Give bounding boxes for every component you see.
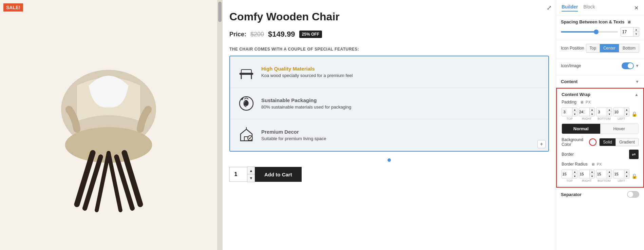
pad-bottom-up[interactable]: ▲: [607, 108, 612, 112]
padding-top-group: ▲ ▼ TOP: [562, 108, 577, 120]
padding-lock-btn[interactable]: 🔒: [631, 107, 638, 121]
br-left-down[interactable]: ▼: [624, 174, 629, 178]
spacing-down[interactable]: ▼: [633, 32, 639, 36]
content-title: Content: [561, 79, 577, 84]
slider-fill: [561, 31, 595, 33]
feature-icon-2: [237, 94, 256, 113]
content-wrap-section: Content Wrap ▲ Padding 🖥 PX ▲ ▼: [556, 88, 644, 188]
icon-pos-bottom[interactable]: Bottom: [619, 44, 639, 52]
icon-position-label: Icon Position: [561, 46, 584, 51]
feature-text-3: Premium Decor Suitable for premium livin…: [261, 129, 326, 141]
padding-monitor-icon: 🖥: [580, 100, 584, 104]
br-bottom-label: BOTTOM: [598, 179, 610, 182]
content-chevron[interactable]: ▼: [635, 79, 639, 84]
price-row: Price: $200 $149.99 25% OFF: [229, 30, 549, 39]
pad-left-up[interactable]: ▲: [624, 108, 629, 112]
qty-decrement[interactable]: ▼: [247, 174, 255, 182]
product-title: Comfy Wooden Chair: [229, 10, 549, 23]
slider-handle[interactable]: [594, 30, 599, 34]
br-top-input[interactable]: [562, 170, 572, 178]
br-left-up[interactable]: ▲: [624, 170, 629, 174]
pad-bottom-down[interactable]: ▼: [607, 112, 612, 116]
feature-title-1: High Quality Materials: [261, 66, 353, 72]
qty-increment[interactable]: ▲: [247, 167, 255, 174]
icon-pos-top[interactable]: Top: [586, 44, 600, 52]
border-icon-button[interactable]: ⇌: [629, 150, 639, 159]
icon-image-row: Icon/Image ▼: [561, 62, 639, 69]
border-radius-label-row: Border Radius 🖥 PX: [562, 162, 639, 167]
bg-color-swatch[interactable]: [589, 138, 596, 146]
br-top-up[interactable]: ▲: [572, 170, 577, 174]
br-right-input[interactable]: [579, 170, 589, 178]
spacing-up[interactable]: ▲: [633, 27, 639, 32]
gradient-btn[interactable]: Gradient: [616, 138, 638, 146]
br-right-up[interactable]: ▲: [590, 170, 594, 174]
pad-right-down[interactable]: ▼: [590, 112, 594, 116]
slider-dot[interactable]: [387, 158, 391, 162]
br-top-box: ▲ ▼: [562, 170, 577, 178]
spacing-slider[interactable]: [561, 31, 618, 33]
border-radius-label: Border Radius: [562, 162, 588, 167]
padding-bottom-box: ▲ ▼: [596, 108, 612, 116]
main-scrollbar[interactable]: [217, 0, 223, 250]
padding-left-input[interactable]: [614, 108, 624, 116]
content-section-header[interactable]: Content ▼: [561, 79, 639, 84]
feature-item-1: High Quality Materials Koa wood speciall…: [230, 56, 548, 88]
br-top-down[interactable]: ▼: [572, 174, 577, 178]
tab-builder[interactable]: Builder: [562, 4, 578, 12]
scrollbar-thumb[interactable]: [218, 2, 222, 22]
br-left-box: ▲ ▼: [613, 170, 629, 178]
br-left-input[interactable]: [614, 170, 624, 178]
separator-section: Separator: [556, 188, 644, 201]
pad-right-up[interactable]: ▲: [590, 108, 594, 112]
br-bottom-input[interactable]: [596, 170, 607, 178]
padding-top-input[interactable]: [562, 108, 572, 116]
tab-block[interactable]: Block: [583, 4, 595, 12]
feature-title-2: Sustainable Packaging: [261, 97, 351, 103]
spacing-section-header: Spacing Between Icon & Texts 🖥: [561, 19, 639, 24]
br-monitor-icon: 🖥: [591, 162, 595, 166]
br-bottom-down[interactable]: ▼: [607, 174, 612, 178]
padding-top-box: ▲ ▼: [562, 108, 577, 116]
spacing-section: Spacing Between Icon & Texts 🖥 ▲ ▼: [556, 16, 644, 40]
feature-desc-1: Koa wood specially sourced for a premium…: [261, 73, 353, 78]
border-radius-inputs-row: ▲ ▼ TOP ▲ ▼ RIGHT: [562, 169, 639, 184]
add-to-cart-button[interactable]: Add to Cart: [255, 167, 302, 182]
br-lock-btn[interactable]: 🔒: [631, 169, 638, 184]
spacing-value-input[interactable]: [621, 27, 633, 36]
br-bottom-up[interactable]: ▲: [607, 170, 612, 174]
pad-top-up[interactable]: ▲: [572, 108, 577, 112]
padding-label-row: Padding 🖥 PX: [562, 100, 639, 104]
state-tab-hover[interactable]: Hover: [600, 124, 639, 134]
separator-toggle[interactable]: [627, 191, 639, 198]
content-wrap-title: Content Wrap: [562, 92, 590, 97]
icon-image-expand[interactable]: ▼: [635, 63, 639, 68]
feature-icon-1: [237, 62, 256, 81]
pad-top-down[interactable]: ▼: [572, 112, 577, 116]
state-tab-normal[interactable]: Normal: [562, 124, 600, 134]
br-right-down[interactable]: ▼: [590, 174, 594, 178]
price-original: $200: [250, 31, 264, 38]
pad-left-down[interactable]: ▼: [624, 112, 629, 116]
padding-bottom-input[interactable]: [596, 108, 607, 116]
padding-right-box: ▲ ▼: [579, 108, 595, 116]
br-unit-label: PX: [597, 162, 602, 166]
padding-right-input[interactable]: [579, 108, 589, 116]
bg-color-label: Background Color: [562, 137, 586, 147]
add-block-button[interactable]: +: [537, 140, 546, 148]
content-wrap-header[interactable]: Content Wrap ▲: [562, 92, 639, 97]
icon-position-row: Icon Position Top Center Bottom: [561, 44, 639, 53]
icon-image-section: Icon/Image ▼: [556, 59, 644, 76]
solid-btn[interactable]: Solid: [600, 138, 616, 146]
icon-image-toggle[interactable]: [622, 62, 634, 69]
feature-icon-3: [237, 126, 256, 145]
padding-inputs-row: ▲ ▼ TOP ▲ ▼ RIGHT: [562, 107, 639, 121]
panel-close-button[interactable]: ✕: [634, 5, 639, 11]
panel-header: Builder Block ✕: [556, 0, 644, 16]
feature-item-3: Premium Decor Suitable for premium livin…: [230, 119, 548, 151]
qty-input[interactable]: [229, 167, 247, 182]
feature-text-1: High Quality Materials Koa wood speciall…: [261, 66, 353, 78]
content-wrap-chevron[interactable]: ▲: [634, 92, 639, 97]
icon-pos-center[interactable]: Center: [600, 44, 619, 52]
expand-icon[interactable]: ⤢: [547, 4, 552, 12]
